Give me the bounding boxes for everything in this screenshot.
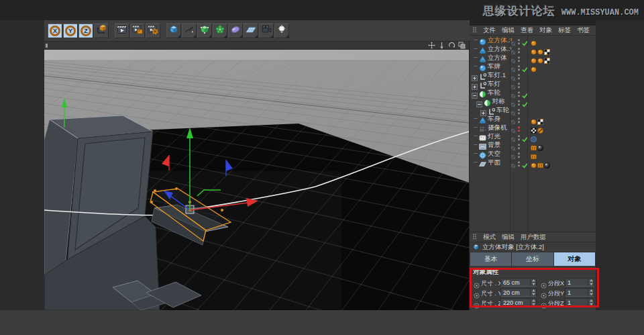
tree-tick bbox=[474, 66, 478, 66]
z-axis-lock-button[interactable]: Z bbox=[78, 23, 93, 38]
object-row[interactable]: 灯光 bbox=[470, 132, 596, 140]
tree-tick bbox=[474, 118, 478, 119]
toggle-views-view-control-icon[interactable] bbox=[458, 42, 466, 49]
z-axis-lock-icon: Z bbox=[80, 26, 91, 36]
bottom-strip bbox=[0, 310, 644, 335]
rotate-view-control-icon[interactable] bbox=[447, 42, 456, 49]
edit-render-settings-icon bbox=[148, 24, 158, 38]
highlight-annotation bbox=[470, 268, 599, 307]
menu-item[interactable]: 用户数据 bbox=[521, 233, 546, 242]
menu-item[interactable]: 书签 bbox=[577, 26, 590, 35]
add-deformer-icon bbox=[215, 24, 225, 38]
attribute-manager-menubar: 模式编辑用户数据 bbox=[470, 232, 596, 242]
visibility-dots-icon[interactable] bbox=[517, 158, 521, 171]
watermark-site-name: 思缘设计论坛 bbox=[483, 3, 555, 19]
tree-tick bbox=[474, 162, 478, 162]
attribute-title-row: 立方体对象 [立方体.2] bbox=[470, 242, 596, 252]
add-floor-icon bbox=[246, 24, 256, 38]
menu-item[interactable]: 模式 bbox=[483, 233, 496, 242]
menu-item[interactable]: 编辑 bbox=[502, 233, 515, 242]
object-row[interactable]: 车灯 bbox=[470, 79, 596, 88]
add-cube-button[interactable] bbox=[166, 23, 181, 38]
object-manager: 文件编辑查看对象标签书签 立方体.2立方体.1立方体车牌车灯.1车灯车轮对称车轮… bbox=[470, 26, 596, 232]
object-row[interactable]: 天空 bbox=[470, 149, 596, 158]
add-environment-icon bbox=[230, 24, 241, 38]
y-axis-lock-button[interactable]: Y bbox=[63, 23, 78, 38]
object-row[interactable]: 背景 bbox=[470, 140, 596, 149]
column-divider bbox=[510, 35, 511, 231]
render-view-button[interactable] bbox=[115, 23, 129, 38]
x-axis-lock-icon: X bbox=[50, 26, 60, 36]
right-margin-area bbox=[596, 20, 644, 310]
object-row[interactable]: 车轮 bbox=[470, 88, 596, 97]
watermark: 思缘设计论坛 WWW.MISSYUAN.COM bbox=[483, 3, 639, 19]
add-camera-icon bbox=[261, 24, 272, 38]
tree-tick bbox=[474, 57, 478, 58]
object-row[interactable]: 立方体 bbox=[470, 53, 596, 62]
cube-object-icon bbox=[472, 243, 480, 252]
coordinate-system-icon bbox=[96, 24, 107, 38]
edit-render-settings-button[interactable] bbox=[146, 23, 160, 38]
object-manager-menubar: 文件编辑查看对象标签书签 bbox=[470, 26, 596, 36]
tree-tick bbox=[474, 136, 478, 136]
material-tag-icon[interactable] bbox=[544, 159, 550, 171]
add-light-button[interactable] bbox=[274, 23, 289, 38]
menu-item[interactable]: 文件 bbox=[483, 26, 496, 35]
tab-inactive[interactable]: 基本 bbox=[470, 252, 511, 266]
object-row[interactable]: 立方体.1 bbox=[470, 44, 596, 53]
plane-object-icon bbox=[479, 158, 486, 171]
menu-item[interactable]: 标签 bbox=[558, 26, 571, 35]
object-row[interactable]: 平面 bbox=[470, 158, 596, 166]
watermark-url: WWW.MISSYUAN.COM bbox=[561, 8, 639, 17]
toolbar: XYZ bbox=[44, 20, 470, 42]
render-to-picture-viewer-button[interactable] bbox=[130, 23, 145, 38]
object-name[interactable]: 平面 bbox=[488, 158, 500, 167]
object-row[interactable]: 车牌 bbox=[470, 62, 596, 70]
column-divider bbox=[527, 35, 528, 231]
y-axis-lock-icon: Y bbox=[65, 26, 76, 36]
tree-tick bbox=[474, 144, 478, 145]
dolly-view-control-icon[interactable] bbox=[437, 42, 446, 49]
object-row[interactable]: 车灯.1 bbox=[470, 70, 596, 79]
tree-tick bbox=[474, 48, 478, 49]
object-row[interactable]: 立方体.2 bbox=[470, 36, 596, 44]
object-row[interactable]: 车身 bbox=[470, 114, 596, 123]
add-spline-icon bbox=[184, 24, 195, 38]
attribute-tabs: 基本坐标对象 bbox=[470, 252, 596, 266]
object-list: 立方体.2立方体.1立方体车牌车灯.1车灯车轮对称车轮车身摄像机灯光背景天空平面 bbox=[470, 36, 596, 166]
object-row[interactable]: 对称 bbox=[470, 97, 596, 105]
add-spline-button[interactable] bbox=[182, 23, 197, 38]
object-row[interactable]: 车轮 bbox=[470, 105, 596, 114]
menu-item[interactable]: 查看 bbox=[521, 26, 533, 35]
add-camera-button[interactable] bbox=[259, 23, 274, 38]
render-view-icon bbox=[117, 24, 127, 38]
pan-view-control-icon[interactable] bbox=[427, 42, 436, 49]
tab-inactive[interactable]: 坐标 bbox=[512, 252, 553, 266]
viewport-menu-indicator bbox=[46, 44, 48, 48]
add-generator-icon bbox=[199, 24, 210, 38]
menu-item[interactable]: 编辑 bbox=[502, 26, 515, 35]
menu-item[interactable]: 对象 bbox=[539, 26, 552, 35]
left-panel-strip bbox=[0, 20, 44, 310]
add-floor-button[interactable] bbox=[244, 23, 258, 38]
tree-tick bbox=[474, 40, 478, 40]
add-cube-icon bbox=[168, 24, 179, 38]
layer-box-icon[interactable] bbox=[511, 159, 516, 171]
tree-tick bbox=[474, 127, 478, 128]
add-deformer-button[interactable] bbox=[213, 23, 227, 38]
viewport[interactable] bbox=[44, 42, 469, 310]
attribute-title: 立方体对象 [立方体.2] bbox=[482, 243, 544, 252]
tree-tick bbox=[474, 153, 478, 154]
coordinate-system-button[interactable] bbox=[94, 23, 109, 38]
add-generator-button[interactable] bbox=[197, 23, 212, 38]
compositing-tag-icon[interactable] bbox=[537, 159, 543, 171]
object-row[interactable]: 摄像机 bbox=[470, 123, 596, 132]
add-environment-button[interactable] bbox=[228, 23, 243, 38]
tab-object-active[interactable]: 对象 bbox=[554, 252, 595, 266]
cinema4d-window: 思缘设计论坛 WWW.MISSYUAN.COM XYZ bbox=[0, 0, 644, 335]
render-to-picture-viewer-icon bbox=[132, 24, 143, 38]
x-axis-lock-button[interactable]: X bbox=[48, 23, 62, 38]
phong-tag-icon[interactable] bbox=[531, 159, 537, 171]
grip-icon[interactable] bbox=[472, 27, 477, 34]
grip-icon[interactable] bbox=[472, 234, 477, 241]
